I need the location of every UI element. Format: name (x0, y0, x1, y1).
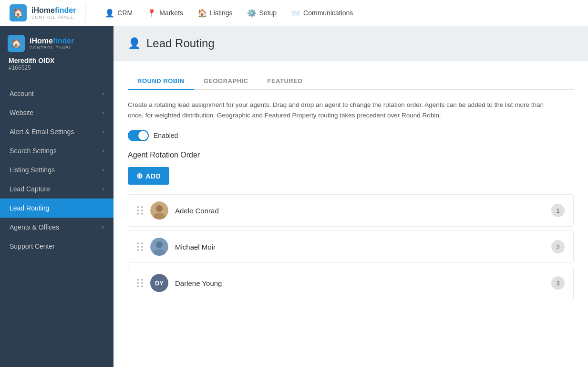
agent-rotation-list: Adele Conrad 1 (128, 194, 574, 303)
main-content: 👤 Lead Routing ROUND ROBIN GEOGRAPHIC FE… (113, 26, 588, 367)
svg-point-1 (156, 205, 163, 212)
order-badge: 3 (551, 276, 565, 290)
tab-round-robin[interactable]: ROUND ROBIN (128, 73, 194, 90)
enabled-toggle-row: Enabled (128, 130, 574, 141)
agent-name: Michael Moir (175, 243, 545, 251)
user-name: Meredith OIDX (9, 57, 105, 64)
chevron-icon: › (102, 147, 104, 154)
app-logo-sub: CONTROL PANEL (31, 15, 76, 20)
page-header-icon: 👤 (128, 37, 141, 50)
sidebar: 🏠 iHomefinder CONTROL PANEL Meredith OID… (0, 26, 113, 367)
enabled-toggle[interactable] (128, 130, 149, 141)
chevron-icon: › (102, 224, 104, 231)
setup-icon: ⚙️ (247, 9, 257, 18)
chevron-icon: › (102, 128, 104, 135)
table-row: DY Darlene Young 3 (128, 267, 574, 299)
sidebar-item-website[interactable]: Website › (0, 103, 113, 122)
chevron-icon: › (102, 109, 104, 116)
toggle-label: Enabled (154, 132, 178, 139)
avatar: DY (150, 274, 168, 292)
order-badge: 1 (551, 204, 565, 217)
listings-icon: 🏠 (197, 9, 207, 18)
drag-handle[interactable] (137, 206, 144, 215)
user-id: #166525 (9, 64, 105, 71)
order-badge: 2 (551, 240, 565, 253)
drag-handle[interactable] (137, 279, 144, 287)
sidebar-logo-text: iHomefinder (30, 37, 74, 45)
sidebar-item-search[interactable]: Search Settings › (0, 141, 113, 160)
nav-listings[interactable]: 🏠 Listings (197, 9, 232, 18)
content-area: ROUND ROBIN GEOGRAPHIC FEATURED Create a… (113, 61, 588, 367)
avatar (150, 238, 168, 256)
sidebar-item-alert-email[interactable]: Alert & Email Settings › (0, 122, 113, 141)
chevron-icon: › (102, 186, 104, 192)
tab-description: Create a rotating lead assignment for yo… (128, 100, 547, 120)
tab-featured[interactable]: FEATURED (258, 73, 312, 90)
nav-crm[interactable]: 👤 CRM (105, 9, 133, 18)
app-logo-icon: 🏠 (10, 4, 27, 21)
svg-point-4 (156, 241, 163, 248)
page-header: 👤 Lead Routing (113, 26, 588, 61)
section-title: Agent Rotation Order (128, 151, 574, 159)
table-row: Adele Conrad 1 (128, 194, 574, 227)
toggle-knob (138, 131, 148, 140)
add-icon: ⊕ (136, 171, 143, 180)
user-info: Meredith OIDX #166525 (8, 57, 106, 71)
add-agent-button[interactable]: ⊕ ADD (128, 167, 169, 185)
nav-setup[interactable]: ⚙️ Setup (247, 9, 277, 18)
page-title: Lead Routing (146, 37, 215, 50)
sidebar-nav: Account › Website › Alert & Email Settin… (0, 80, 113, 367)
sidebar-item-support[interactable]: Support Center (0, 237, 113, 256)
app-logo-text: iHomefinder (31, 6, 76, 15)
tab-geographic[interactable]: GEOGRAPHIC (194, 73, 258, 90)
sidebar-item-listing[interactable]: Listing Settings › (0, 160, 113, 179)
nav-markets[interactable]: 📍 Markets (147, 9, 183, 18)
sidebar-item-lead-capture[interactable]: Lead Capture › (0, 179, 113, 199)
sidebar-logo-sub: CONTROL PANEL (30, 45, 74, 50)
top-nav: 🏠 iHomefinder CONTROL PANEL 👤 CRM 📍 Mark… (0, 0, 588, 26)
communications-icon: 📨 (291, 9, 300, 18)
avatar (150, 201, 168, 220)
nav-communications[interactable]: 📨 Communications (291, 9, 353, 18)
agent-name: Darlene Young (175, 279, 545, 287)
chevron-icon: › (102, 167, 104, 173)
tab-bar: ROUND ROBIN GEOGRAPHIC FEATURED (128, 73, 574, 90)
sidebar-logo-icon: 🏠 (8, 35, 25, 52)
sidebar-item-lead-routing[interactable]: Lead Routing (0, 199, 113, 218)
drag-handle[interactable] (137, 242, 144, 251)
table-row: Michael Moir 2 (128, 231, 574, 263)
crm-icon: 👤 (105, 9, 114, 18)
agent-name: Adele Conrad (175, 207, 545, 215)
sidebar-item-agents-offices[interactable]: Agents & Offices › (0, 218, 113, 237)
sidebar-item-account[interactable]: Account › (0, 84, 113, 103)
chevron-icon: › (102, 90, 104, 97)
sidebar-header: 🏠 iHomefinder CONTROL PANEL Meredith OID… (0, 26, 113, 80)
markets-icon: 📍 (147, 9, 156, 18)
